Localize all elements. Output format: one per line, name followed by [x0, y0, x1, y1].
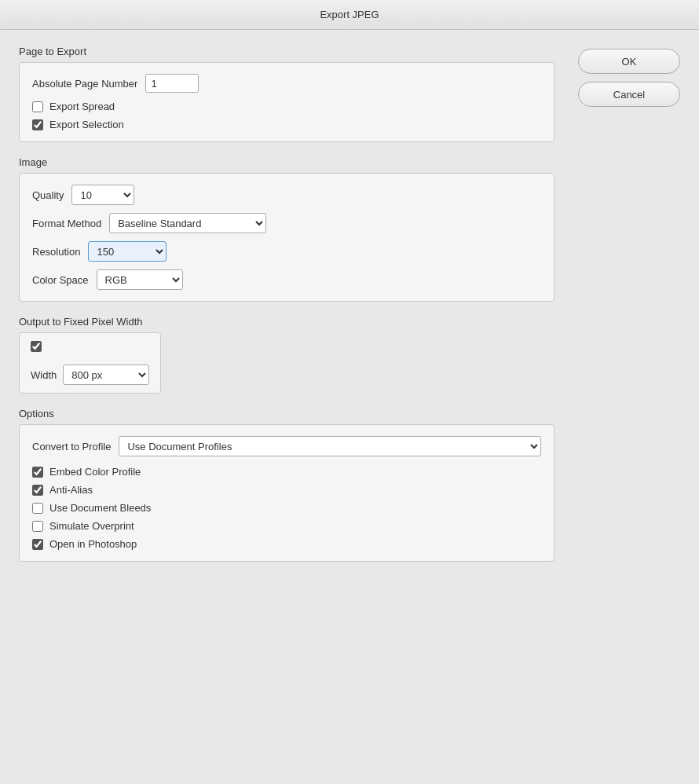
page-to-export-section: Page to Export Absolute Page Number Expo… [19, 46, 554, 142]
left-column: Page to Export Absolute Page Number Expo… [19, 46, 554, 765]
embed-color-profile-row: Embed Color Profile [32, 466, 541, 478]
color-space-row: Color Space RGB CMYK Grayscale [32, 269, 541, 290]
image-section: Image Quality 10 9 8 7 6 5 4 3 2 1 [19, 156, 554, 302]
output-box: Width 400 px 600 px 800 px 1000 px 1200 … [19, 332, 161, 394]
format-method-row: Format Method Baseline Standard Baseline… [32, 213, 541, 233]
simulate-overprint-row: Simulate Overprint [32, 520, 541, 532]
page-to-export-box: Absolute Page Number Export Spread Expor… [19, 62, 554, 142]
page-to-export-label: Page to Export [19, 46, 554, 57]
right-column: OK Cancel [554, 46, 680, 765]
title-bar: Export JPEG [0, 0, 699, 30]
quality-row: Quality 10 9 8 7 6 5 4 3 2 1 [32, 185, 541, 205]
export-spread-row: Export Spread [32, 101, 541, 112]
anti-alias-checkbox[interactable] [32, 485, 43, 496]
embed-color-profile-label[interactable]: Embed Color Profile [49, 466, 141, 478]
convert-to-profile-select[interactable]: Use Document Profiles Convert to sRGB No… [119, 436, 541, 456]
absolute-page-number-label: Absolute Page Number [32, 78, 137, 90]
quality-select[interactable]: 10 9 8 7 6 5 4 3 2 1 [71, 185, 134, 205]
export-selection-row: Export Selection [32, 119, 541, 130]
output-section: Output to Fixed Pixel Width Width 400 px… [19, 316, 554, 394]
simulate-overprint-label[interactable]: Simulate Overprint [49, 520, 134, 532]
anti-alias-row: Anti-Alias [32, 484, 541, 496]
options-section-label: Options [19, 408, 554, 419]
open-in-photoshop-label[interactable]: Open in Photoshop [49, 538, 137, 550]
image-section-label: Image [19, 156, 554, 168]
export-selection-label[interactable]: Export Selection [49, 119, 124, 130]
options-box: Convert to Profile Use Document Profiles… [19, 424, 554, 562]
convert-to-profile-row: Convert to Profile Use Document Profiles… [32, 436, 541, 456]
cancel-button[interactable]: Cancel [578, 82, 680, 107]
output-section-label: Output to Fixed Pixel Width [19, 316, 554, 328]
open-in-photoshop-checkbox[interactable] [32, 539, 43, 550]
resolution-row: Resolution 72 96 150 300 [32, 241, 541, 262]
width-row: Width 400 px 600 px 800 px 1000 px 1200 … [31, 365, 149, 385]
color-space-label: Color Space [32, 274, 89, 286]
embed-color-profile-checkbox[interactable] [32, 467, 43, 478]
export-selection-checkbox[interactable] [32, 119, 43, 130]
quality-label: Quality [32, 189, 64, 201]
convert-to-profile-label: Convert to Profile [32, 441, 111, 452]
width-select[interactable]: 400 px 600 px 800 px 1000 px 1200 px 160… [63, 365, 149, 385]
options-section: Options Convert to Profile Use Document … [19, 408, 554, 562]
use-document-bleeds-row: Use Document Bleeds [32, 502, 541, 514]
image-box: Quality 10 9 8 7 6 5 4 3 2 1 F [19, 173, 554, 302]
format-method-select[interactable]: Baseline Standard Baseline Optimized Pro… [109, 213, 266, 233]
dialog-title: Export JPEG [320, 9, 379, 20]
open-in-photoshop-row: Open in Photoshop [32, 538, 541, 550]
width-label: Width [31, 369, 57, 381]
ok-button[interactable]: OK [578, 49, 680, 74]
anti-alias-label[interactable]: Anti-Alias [49, 484, 93, 496]
use-document-bleeds-label[interactable]: Use Document Bleeds [49, 502, 151, 514]
export-spread-label[interactable]: Export Spread [49, 101, 115, 112]
export-spread-checkbox[interactable] [32, 101, 43, 112]
resolution-label: Resolution [32, 246, 80, 258]
absolute-page-row: Absolute Page Number [32, 74, 541, 93]
output-checkbox-row [31, 341, 149, 352]
resolution-select[interactable]: 72 96 150 300 [88, 241, 167, 262]
use-document-bleeds-checkbox[interactable] [32, 503, 43, 514]
simulate-overprint-checkbox[interactable] [32, 521, 43, 532]
absolute-page-number-input[interactable] [145, 74, 199, 93]
format-method-label: Format Method [32, 218, 101, 229]
color-space-select[interactable]: RGB CMYK Grayscale [97, 269, 183, 290]
output-enabled-checkbox[interactable] [31, 341, 42, 352]
